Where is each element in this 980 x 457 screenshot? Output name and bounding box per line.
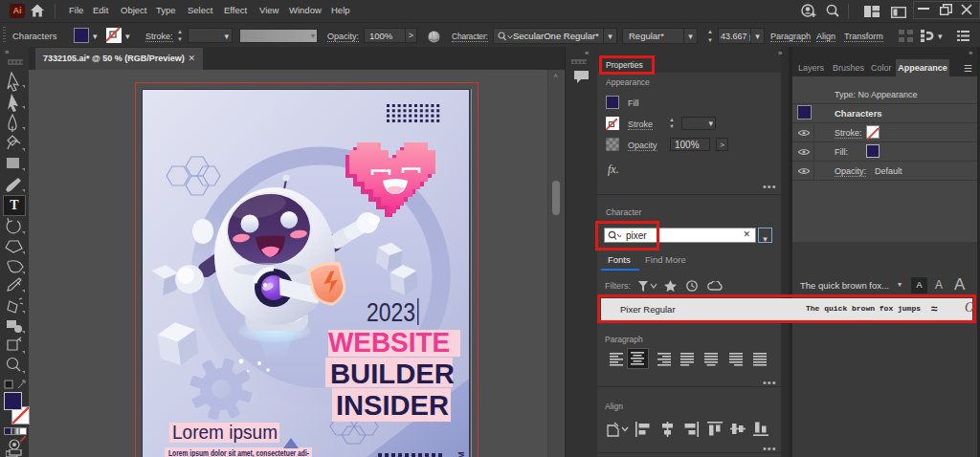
svg-text:WEBSITE: WEBSITE [328,326,450,358]
svg-text:M: M [457,452,466,457]
svg-text:2023: 2023 [367,298,415,327]
svg-text:Lorem ipsum dolor sit amet, co: Lorem ipsum dolor sit amet, consectetuer… [168,448,309,457]
svg-text:BUILDER: BUILDER [330,358,455,389]
svg-text:Lorem ipsum: Lorem ipsum [172,422,278,443]
svg-text:INSIDER: INSIDER [336,389,449,421]
